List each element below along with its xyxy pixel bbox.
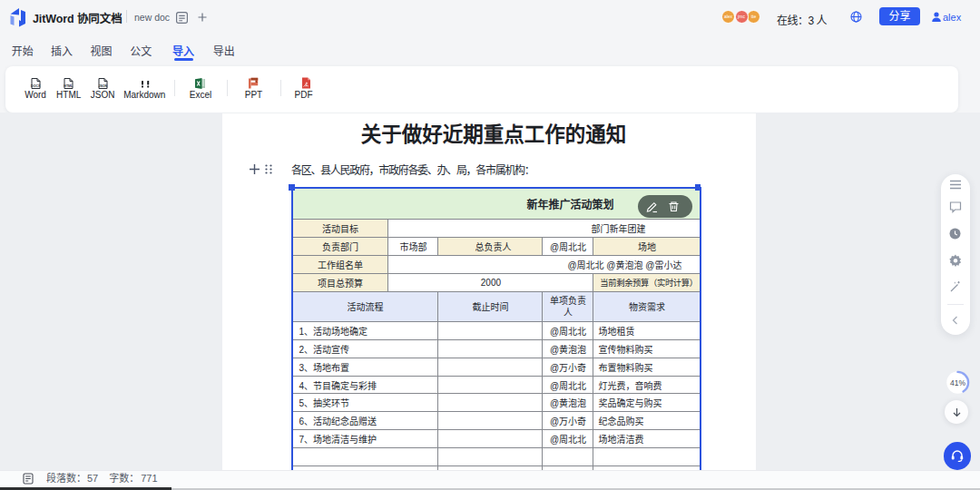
svg-text:JSON: JSON [98,84,107,88]
svg-text:DOCX: DOCX [31,84,41,88]
svg-text:HTML: HTML [64,84,74,88]
svg-text:41%: 41% [950,377,965,387]
